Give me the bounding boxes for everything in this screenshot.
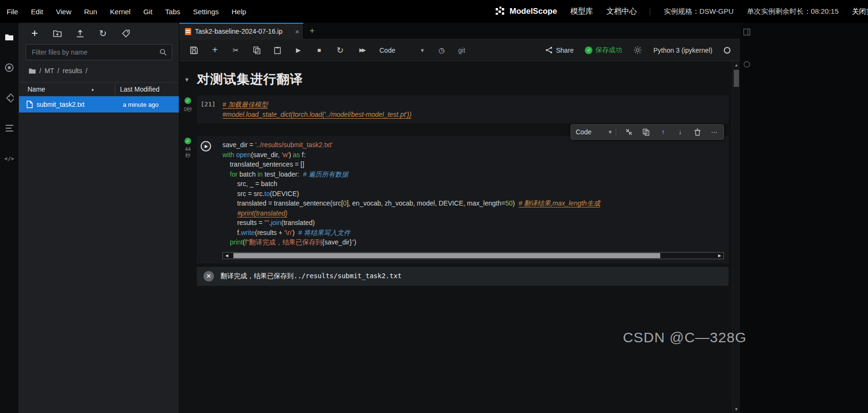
menu-help[interactable]: Help <box>231 8 246 16</box>
notebook-vertical-scrollbar[interactable]: ▲ ▼ <box>732 61 740 413</box>
new-tab-button[interactable]: + <box>304 23 321 39</box>
cell-2-status-gutter: ✓ 44 秒 <box>181 138 194 159</box>
git-panel-icon[interactable] <box>5 93 14 103</box>
cell-1-body: [21] # 加载最佳模型#model.load_state_dict(torc… <box>197 95 729 123</box>
collapse-cell-icon[interactable] <box>625 128 633 136</box>
tab-notebook[interactable]: Task2-baseline-2024-07-16.ip × <box>179 23 304 39</box>
stop-icon[interactable]: ■ <box>315 46 323 55</box>
breadcrumb: / MT / results / <box>19 60 179 79</box>
cut-icon[interactable]: ✂ <box>231 46 240 55</box>
cell-toolbar: Code ▼ ↑ ↓ ⋯ <box>571 124 724 140</box>
cell-exec-time: 0秒 <box>181 106 194 113</box>
column-header-last-modified[interactable]: Last Modified <box>115 83 179 96</box>
tab-bar: Task2-baseline-2024-07-16.ip × + <box>179 23 740 39</box>
save-icon[interactable] <box>190 46 198 55</box>
filter-files-input[interactable] <box>31 48 159 56</box>
instance-remaining-time: 单次实例剩余时长：08:20:15 <box>747 7 839 16</box>
notebook-heading: 对测试集进行翻译 <box>197 71 729 88</box>
kernel-name[interactable]: Python 3 (ipykernel) <box>653 47 712 54</box>
menu-list: File Edit View Run Kernel Git Tabs Setti… <box>7 8 246 16</box>
table-of-contents-icon[interactable] <box>5 123 14 133</box>
new-launcher-button[interactable]: + <box>30 29 39 38</box>
file-modified: a minute ago <box>117 101 179 108</box>
right-panel-icon-1[interactable] <box>742 28 751 36</box>
save-status-label: 保存成功 <box>595 46 622 55</box>
home-folder-icon[interactable] <box>28 68 36 74</box>
tab-close-icon[interactable]: × <box>295 28 299 36</box>
run-cell-button[interactable]: ▶ <box>201 141 211 151</box>
scroll-right-icon[interactable]: ▶ <box>716 253 723 258</box>
notebook-icon <box>185 28 191 35</box>
model-hub-link[interactable]: 模型库 <box>570 7 593 17</box>
scroll-down-icon[interactable]: ▼ <box>733 407 740 412</box>
check-circle-icon: ✓ <box>585 47 592 54</box>
restart-kernel-icon[interactable]: ↻ <box>336 46 344 55</box>
file-browser-panel: + ↻ / MT / results / <box>19 23 179 413</box>
paste-icon[interactable] <box>273 46 282 55</box>
menu-tabs[interactable]: Tabs <box>165 8 180 16</box>
docs-link[interactable]: 文档中心 <box>606 7 637 17</box>
column-header-name[interactable]: Name ▲ <box>19 85 115 93</box>
vertical-scrollbar-thumb[interactable] <box>734 70 739 87</box>
cell-toolbar-type-dropdown[interactable]: Code ▼ <box>576 128 616 136</box>
gear-icon[interactable] <box>633 46 642 55</box>
move-cell-up-icon[interactable]: ↑ <box>659 128 667 136</box>
history-clock-icon[interactable]: ◷ <box>437 46 446 55</box>
right-panel-icon-2[interactable] <box>742 60 751 68</box>
modelscope-brand-label: ModelScope <box>509 7 557 16</box>
scrollbar-thumb[interactable] <box>233 253 660 258</box>
tag-icon[interactable] <box>121 29 130 38</box>
modelscope-logo-icon <box>495 6 506 17</box>
restart-run-all-icon[interactable]: ▶▶ <box>357 46 367 55</box>
menu-edit[interactable]: Edit <box>31 8 43 16</box>
modelscope-brand[interactable]: ModelScope <box>495 6 557 17</box>
menu-settings[interactable]: Settings <box>193 8 219 16</box>
scroll-up-icon[interactable]: ▲ <box>733 63 740 67</box>
tab-title: Task2-baseline-2024-07-16.ip <box>195 28 291 35</box>
file-list-header: Name ▲ Last Modified <box>19 82 179 96</box>
chevron-down-icon: ▼ <box>608 129 613 135</box>
file-name: submit_task2.txt <box>37 101 117 108</box>
insert-cell-icon[interactable]: + <box>211 46 219 55</box>
cell-1-editor[interactable]: # 加载最佳模型#model.load_state_dict(torch.loa… <box>222 100 724 119</box>
scrollbar-track[interactable] <box>231 253 716 259</box>
menu-kernel[interactable]: Kernel <box>110 8 130 16</box>
collapse-arrow-icon[interactable]: ▼ <box>184 76 190 83</box>
cell-2-editor[interactable]: save_dir = '../results/submit_task2.txt'… <box>222 140 724 247</box>
cell-success-icon: ✓ <box>185 97 191 104</box>
instance-spec: 实例规格：DSW-GPU <box>664 7 733 16</box>
refresh-icon[interactable]: ↻ <box>99 29 107 38</box>
menu-file[interactable]: File <box>7 8 18 16</box>
main-area: Task2-baseline-2024-07-16.ip × + + ✂ ▶ ■… <box>179 23 740 413</box>
new-folder-icon[interactable] <box>53 29 62 38</box>
move-cell-down-icon[interactable]: ↓ <box>676 128 684 136</box>
cell-toolbar-type-value: Code <box>576 128 591 136</box>
run-icon[interactable]: ▶ <box>294 46 303 55</box>
filter-files-box <box>26 44 172 60</box>
cell-output: ✕ 翻译完成，结果已保存到../results/submit_task2.txt <box>197 267 729 286</box>
breadcrumb-results[interactable]: results <box>63 67 82 75</box>
menu-git[interactable]: Git <box>143 8 152 16</box>
file-row-selected[interactable]: submit_task2.txt a minute ago <box>19 96 179 113</box>
file-browser-icon[interactable] <box>5 32 14 42</box>
scroll-left-icon[interactable]: ◀ <box>223 253 231 258</box>
extensions-code-icon[interactable]: </> <box>5 154 14 163</box>
more-actions-icon[interactable]: ⋯ <box>710 128 719 136</box>
breadcrumb-mt[interactable]: MT <box>45 67 54 75</box>
menubar-right: ModelScope 模型库 文档中心 实例规格：DSW-GPU 单次实例剩余时… <box>495 6 868 17</box>
column-name-label: Name <box>28 85 45 93</box>
share-button[interactable]: Share <box>545 47 573 54</box>
menu-view[interactable]: View <box>56 8 71 16</box>
close-instance-button[interactable]: 关闭实例 <box>852 7 868 16</box>
duplicate-cell-icon[interactable] <box>642 128 650 136</box>
cell-type-dropdown[interactable]: Code ▼ <box>379 47 425 54</box>
menu-run[interactable]: Run <box>84 8 97 16</box>
upload-icon[interactable] <box>76 29 84 38</box>
clear-output-icon: ✕ <box>203 271 214 282</box>
cell-horizontal-scrollbar[interactable]: ◀ ▶ <box>222 252 724 259</box>
execution-prompt: [21] <box>201 100 222 119</box>
running-sessions-icon[interactable] <box>5 63 14 72</box>
right-region <box>740 23 868 413</box>
delete-cell-icon[interactable] <box>693 128 702 136</box>
copy-icon[interactable] <box>252 46 261 55</box>
